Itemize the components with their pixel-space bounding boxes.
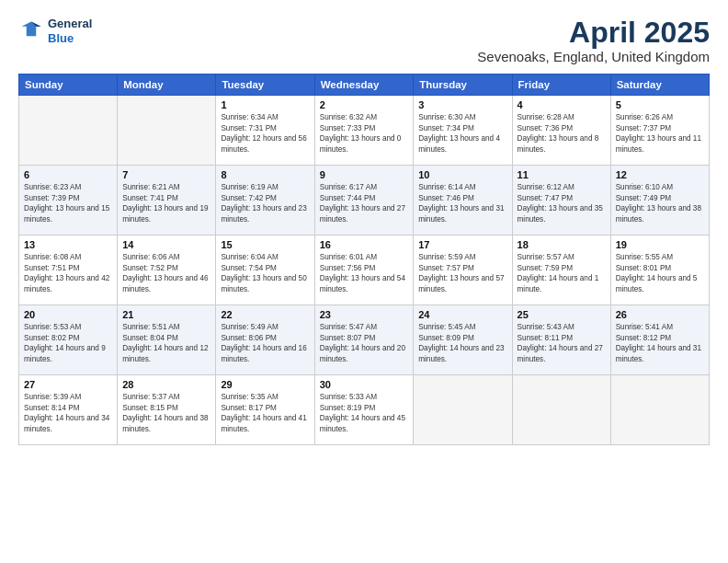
logo-line1: General bbox=[48, 17, 92, 31]
table-row: 24 Sunrise: 5:45 AM Sunset: 8:09 PM Dayl… bbox=[414, 305, 512, 375]
day-detail: Sunrise: 5:55 AM Sunset: 8:01 PM Dayligh… bbox=[616, 252, 704, 294]
day-number: 16 bbox=[320, 239, 409, 250]
day-number: 15 bbox=[221, 239, 309, 250]
calendar-title: April 2025 bbox=[477, 17, 710, 49]
day-detail: Sunrise: 6:30 AM Sunset: 7:34 PM Dayligh… bbox=[418, 112, 506, 155]
col-saturday: Saturday bbox=[610, 75, 709, 96]
table-row: 28 Sunrise: 5:37 AM Sunset: 8:15 PM Dayl… bbox=[118, 375, 216, 445]
table-row: 21 Sunrise: 5:51 AM Sunset: 8:04 PM Dayl… bbox=[118, 305, 216, 375]
table-row: 2 Sunrise: 6:32 AM Sunset: 7:33 PM Dayli… bbox=[314, 96, 414, 166]
day-detail: Sunrise: 6:17 AM Sunset: 7:44 PM Dayligh… bbox=[320, 182, 409, 224]
table-row: 22 Sunrise: 5:49 AM Sunset: 8:06 PM Dayl… bbox=[216, 305, 314, 375]
day-number: 11 bbox=[518, 169, 606, 180]
day-detail: Sunrise: 6:01 AM Sunset: 7:56 PM Dayligh… bbox=[320, 252, 409, 294]
day-detail: Sunrise: 5:47 AM Sunset: 8:07 PM Dayligh… bbox=[320, 322, 409, 364]
day-detail: Sunrise: 5:39 AM Sunset: 8:14 PM Dayligh… bbox=[24, 392, 112, 434]
title-area: April 2025 Sevenoaks, England, United Ki… bbox=[477, 17, 710, 64]
day-detail: Sunrise: 5:33 AM Sunset: 8:19 PM Dayligh… bbox=[320, 392, 409, 434]
col-friday: Friday bbox=[512, 75, 610, 96]
logo-text: General Blue bbox=[48, 17, 92, 45]
page: General Blue April 2025 Sevenoaks, Engla… bbox=[0, 0, 728, 563]
col-sunday: Sunday bbox=[19, 75, 118, 96]
day-detail: Sunrise: 6:28 AM Sunset: 7:36 PM Dayligh… bbox=[518, 112, 606, 155]
day-detail: Sunrise: 6:06 AM Sunset: 7:52 PM Dayligh… bbox=[122, 252, 210, 294]
day-detail: Sunrise: 5:57 AM Sunset: 7:59 PM Dayligh… bbox=[518, 252, 606, 294]
day-detail: Sunrise: 6:19 AM Sunset: 7:42 PM Dayligh… bbox=[221, 182, 309, 224]
day-detail: Sunrise: 6:34 AM Sunset: 7:31 PM Dayligh… bbox=[221, 112, 309, 155]
col-thursday: Thursday bbox=[414, 75, 512, 96]
day-number: 10 bbox=[418, 169, 506, 180]
table-row: 18 Sunrise: 5:57 AM Sunset: 7:59 PM Dayl… bbox=[512, 236, 610, 305]
logo: General Blue bbox=[18, 17, 92, 45]
day-number: 1 bbox=[221, 99, 309, 110]
table-row: 15 Sunrise: 6:04 AM Sunset: 7:54 PM Dayl… bbox=[216, 236, 314, 305]
day-detail: Sunrise: 6:32 AM Sunset: 7:33 PM Dayligh… bbox=[320, 112, 409, 155]
col-monday: Monday bbox=[118, 75, 216, 96]
day-detail: Sunrise: 6:21 AM Sunset: 7:41 PM Dayligh… bbox=[122, 182, 210, 224]
table-row: 9 Sunrise: 6:17 AM Sunset: 7:44 PM Dayli… bbox=[314, 166, 414, 236]
day-number: 24 bbox=[418, 309, 506, 320]
day-detail: Sunrise: 5:35 AM Sunset: 8:17 PM Dayligh… bbox=[221, 392, 309, 434]
day-number: 22 bbox=[221, 309, 309, 320]
day-number: 4 bbox=[518, 99, 606, 110]
day-number: 23 bbox=[320, 309, 409, 320]
table-row: 19 Sunrise: 5:55 AM Sunset: 8:01 PM Dayl… bbox=[610, 236, 709, 305]
table-row bbox=[512, 375, 610, 445]
day-number: 8 bbox=[221, 169, 309, 180]
day-detail: Sunrise: 6:26 AM Sunset: 7:37 PM Dayligh… bbox=[616, 112, 704, 155]
day-detail: Sunrise: 5:51 AM Sunset: 8:04 PM Dayligh… bbox=[122, 322, 210, 364]
day-detail: Sunrise: 6:04 AM Sunset: 7:54 PM Dayligh… bbox=[221, 252, 309, 294]
header-row: Sunday Monday Tuesday Wednesday Thursday… bbox=[19, 75, 710, 96]
table-row: 6 Sunrise: 6:23 AM Sunset: 7:39 PM Dayli… bbox=[19, 166, 118, 236]
day-detail: Sunrise: 5:37 AM Sunset: 8:15 PM Dayligh… bbox=[122, 392, 210, 434]
calendar-subtitle: Sevenoaks, England, United Kingdom bbox=[477, 49, 710, 64]
day-detail: Sunrise: 5:53 AM Sunset: 8:02 PM Dayligh… bbox=[24, 322, 112, 364]
table-row: 7 Sunrise: 6:21 AM Sunset: 7:41 PM Dayli… bbox=[118, 166, 216, 236]
col-wednesday: Wednesday bbox=[314, 75, 414, 96]
day-number: 12 bbox=[616, 169, 704, 180]
day-detail: Sunrise: 6:23 AM Sunset: 7:39 PM Dayligh… bbox=[24, 182, 112, 224]
table-row: 20 Sunrise: 5:53 AM Sunset: 8:02 PM Dayl… bbox=[19, 305, 118, 375]
day-number: 6 bbox=[24, 169, 112, 180]
day-detail: Sunrise: 5:49 AM Sunset: 8:06 PM Dayligh… bbox=[221, 322, 309, 364]
table-row bbox=[414, 375, 512, 445]
day-detail: Sunrise: 6:14 AM Sunset: 7:46 PM Dayligh… bbox=[418, 182, 506, 224]
day-detail: Sunrise: 5:45 AM Sunset: 8:09 PM Dayligh… bbox=[418, 322, 506, 364]
calendar-table: Sunday Monday Tuesday Wednesday Thursday… bbox=[18, 74, 710, 445]
table-row: 29 Sunrise: 5:35 AM Sunset: 8:17 PM Dayl… bbox=[216, 375, 314, 445]
table-row: 4 Sunrise: 6:28 AM Sunset: 7:36 PM Dayli… bbox=[512, 96, 610, 166]
table-row: 12 Sunrise: 6:10 AM Sunset: 7:49 PM Dayl… bbox=[610, 166, 709, 236]
table-row: 13 Sunrise: 6:08 AM Sunset: 7:51 PM Dayl… bbox=[19, 236, 118, 305]
day-number: 9 bbox=[320, 169, 409, 180]
day-detail: Sunrise: 5:43 AM Sunset: 8:11 PM Dayligh… bbox=[518, 322, 606, 364]
day-number: 18 bbox=[518, 239, 606, 250]
table-row: 10 Sunrise: 6:14 AM Sunset: 7:46 PM Dayl… bbox=[414, 166, 512, 236]
table-row: 3 Sunrise: 6:30 AM Sunset: 7:34 PM Dayli… bbox=[414, 96, 512, 166]
day-detail: Sunrise: 6:08 AM Sunset: 7:51 PM Dayligh… bbox=[24, 252, 112, 294]
logo-icon bbox=[18, 18, 44, 44]
day-number: 30 bbox=[320, 379, 409, 390]
col-tuesday: Tuesday bbox=[216, 75, 314, 96]
day-detail: Sunrise: 6:10 AM Sunset: 7:49 PM Dayligh… bbox=[616, 182, 704, 224]
day-number: 26 bbox=[616, 309, 704, 320]
header: General Blue April 2025 Sevenoaks, Engla… bbox=[18, 17, 710, 64]
table-row: 5 Sunrise: 6:26 AM Sunset: 7:37 PM Dayli… bbox=[610, 96, 709, 166]
table-row bbox=[610, 375, 709, 445]
day-number: 5 bbox=[616, 99, 704, 110]
table-row: 25 Sunrise: 5:43 AM Sunset: 8:11 PM Dayl… bbox=[512, 305, 610, 375]
day-number: 27 bbox=[24, 379, 112, 390]
logo-line2: Blue bbox=[48, 31, 92, 46]
day-number: 25 bbox=[518, 309, 606, 320]
day-number: 3 bbox=[418, 99, 506, 110]
table-row bbox=[118, 96, 216, 166]
day-number: 17 bbox=[418, 239, 506, 250]
day-number: 19 bbox=[616, 239, 704, 250]
table-row: 26 Sunrise: 5:41 AM Sunset: 8:12 PM Dayl… bbox=[610, 305, 709, 375]
table-row: 14 Sunrise: 6:06 AM Sunset: 7:52 PM Dayl… bbox=[118, 236, 216, 305]
day-number: 7 bbox=[122, 169, 210, 180]
day-number: 14 bbox=[122, 239, 210, 250]
table-row: 23 Sunrise: 5:47 AM Sunset: 8:07 PM Dayl… bbox=[314, 305, 414, 375]
day-detail: Sunrise: 5:41 AM Sunset: 8:12 PM Dayligh… bbox=[616, 322, 704, 364]
table-row: 27 Sunrise: 5:39 AM Sunset: 8:14 PM Dayl… bbox=[19, 375, 118, 445]
day-number: 13 bbox=[24, 239, 112, 250]
